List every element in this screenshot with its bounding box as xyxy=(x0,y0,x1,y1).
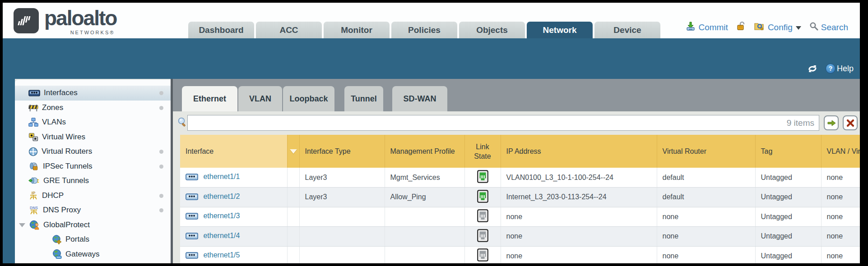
subtab-ethernet[interactable]: Ethernet xyxy=(182,86,237,111)
sidebar-item-portals[interactable]: Portals xyxy=(15,232,171,247)
col-interface[interactable]: Interface xyxy=(180,135,287,168)
subtab-sdwan[interactable]: SD-WAN xyxy=(392,86,447,111)
interface-link[interactable]: ethernet1/2 xyxy=(203,193,240,200)
logo-text: paloalto xyxy=(44,6,116,30)
link-down-icon[interactable] xyxy=(477,236,488,243)
cell-interface-type: Layer3 xyxy=(299,168,385,188)
interface-link[interactable]: ethernet1/4 xyxy=(203,232,240,239)
sidebar-item-ipsec-tunnels[interactable]: IPSec Tunnels xyxy=(15,159,171,174)
collapse-triangle-icon[interactable] xyxy=(19,223,25,227)
sidebar-item-label: GlobalProtect xyxy=(43,220,90,229)
body-area: Interfaces Zones xyxy=(3,79,860,263)
col-ip-address[interactable]: IP Address xyxy=(501,135,657,168)
col-vlan-virtual-wire[interactable]: VLAN / Virtual Wire xyxy=(821,135,860,168)
link-up-icon[interactable] xyxy=(477,197,488,204)
sidebar-dot xyxy=(159,106,163,110)
tab-monitor[interactable]: Monitor xyxy=(324,22,390,38)
virtual-wires-icon xyxy=(28,133,38,142)
dns-proxy-icon: DNS xyxy=(28,206,39,215)
filter-magnifier-icon xyxy=(177,117,187,129)
col-virtual-router[interactable]: Virtual Router xyxy=(657,135,755,168)
cell-interface-type xyxy=(299,227,385,247)
tab-network[interactable]: Network xyxy=(527,22,593,38)
sidebar-item-label: Gateways xyxy=(65,250,100,259)
ethernet-port-icon xyxy=(186,233,198,241)
subtab-band: Ethernet VLAN Loopback Tunnel SD-WAN xyxy=(173,79,860,111)
link-up-icon[interactable] xyxy=(477,177,488,184)
cell-ip-address: none xyxy=(501,207,657,227)
svg-text:IP: IP xyxy=(32,191,36,195)
cell-vlan: none xyxy=(821,246,860,263)
col-interface-type[interactable]: Interface Type xyxy=(299,135,385,168)
virtual-routers-icon xyxy=(28,147,38,156)
filter-input[interactable] xyxy=(188,119,787,128)
help-icon[interactable]: ? xyxy=(826,64,836,73)
tab-dashboard[interactable]: Dashboard xyxy=(188,22,254,38)
sidebar-dot xyxy=(159,208,163,212)
sort-dropdown-icon[interactable] xyxy=(290,149,297,154)
interfaces-table: Interface Interface Type Management Prof… xyxy=(180,135,860,263)
tab-objects[interactable]: Objects xyxy=(459,22,525,38)
ethernet-port-icon xyxy=(186,252,198,260)
help-link[interactable]: Help xyxy=(837,64,854,73)
sidebar-item-gateways[interactable]: Gateways xyxy=(15,247,171,262)
subtab-vlan[interactable]: VLAN xyxy=(238,86,282,111)
left-teal-strip xyxy=(3,79,15,263)
link-down-icon[interactable] xyxy=(477,255,488,263)
clear-filter-button[interactable] xyxy=(843,115,858,130)
cell-management-profile xyxy=(385,246,464,263)
interface-link[interactable]: ethernet1/3 xyxy=(203,212,240,220)
sidebar-item-virtual-wires[interactable]: Virtual Wires xyxy=(15,130,171,145)
interface-link[interactable]: ethernet1/1 xyxy=(203,173,240,180)
col-management-profile[interactable]: Management Profile xyxy=(385,135,464,168)
sidebar-item-virtual-routers[interactable]: Virtual Routers xyxy=(15,144,171,159)
interface-link[interactable]: ethernet1/5 xyxy=(203,251,240,259)
sidebar-item-interfaces[interactable]: Interfaces xyxy=(15,86,171,101)
paloalto-wordmark: paloalto NETWORKS® xyxy=(44,6,116,35)
vlans-icon xyxy=(28,118,38,127)
sidebar-dot xyxy=(159,165,163,169)
top-bar: paloalto NETWORKS® Dashboard ACC Monitor… xyxy=(3,3,860,38)
apply-filter-button[interactable] xyxy=(824,115,839,130)
sidebar-item-globalprotect[interactable]: GlobalProtect xyxy=(15,218,171,233)
sidebar-item-label: Zones xyxy=(42,103,63,112)
paloalto-logo-icon xyxy=(14,8,39,33)
gre-tunnels-icon xyxy=(28,176,40,185)
tab-device[interactable]: Device xyxy=(594,22,660,38)
search-button[interactable]: Search xyxy=(821,23,848,32)
lock-icon[interactable] xyxy=(736,21,746,33)
table-row: ethernet1/4 none none Untagged none xyxy=(180,227,860,247)
cell-ip-address: none xyxy=(501,246,657,263)
commit-button[interactable]: Commit xyxy=(698,23,728,32)
sidebar-item-cutoff[interactable] xyxy=(15,261,171,263)
screenshot-frame: paloalto NETWORKS® Dashboard ACC Monitor… xyxy=(0,0,868,266)
main-nav-tabs: Dashboard ACC Monitor Policies Objects N… xyxy=(188,22,660,38)
cell-management-profile: Allow_Ping xyxy=(385,188,464,207)
cell-interface-type: Layer3 xyxy=(299,188,385,207)
sidebar-item-dns-proxy[interactable]: DNS DNS Proxy xyxy=(15,203,171,218)
subtab-tunnel[interactable]: Tunnel xyxy=(344,86,383,111)
config-caret-icon[interactable] xyxy=(796,26,801,30)
sidebar-item-gre-tunnels[interactable]: GRE Tunnels xyxy=(15,174,171,188)
main-pane: Ethernet VLAN Loopback Tunnel SD-WAN xyxy=(173,79,860,263)
column-menu-button[interactable] xyxy=(287,135,299,168)
ethernet-port-icon xyxy=(186,174,198,182)
tab-policies[interactable]: Policies xyxy=(391,22,457,38)
subtab-loopback[interactable]: Loopback xyxy=(283,86,334,111)
refresh-icon[interactable] xyxy=(807,64,818,73)
sidebar-item-label: VLANs xyxy=(42,118,66,127)
col-tag[interactable]: Tag xyxy=(755,135,821,168)
tab-acc[interactable]: ACC xyxy=(256,22,322,38)
sidebar-item-vlans[interactable]: VLANs xyxy=(15,115,171,130)
filter-toolbar: 9 items xyxy=(173,114,860,131)
table-row: ethernet1/2 Layer3 Allow_Ping Internet_L… xyxy=(180,188,860,207)
commit-icon xyxy=(686,21,696,33)
sidebar-dot xyxy=(159,150,163,154)
config-menu[interactable]: Config xyxy=(768,23,793,32)
sidebar-item-dhcp[interactable]: IP DHCP xyxy=(15,188,171,203)
sidebar-item-zones[interactable]: Zones xyxy=(15,101,171,115)
col-link-state[interactable]: Link State xyxy=(464,135,501,168)
content-area: 9 items xyxy=(173,111,860,263)
link-down-icon[interactable] xyxy=(477,216,488,224)
sidebar-item-label: DNS Proxy xyxy=(43,206,81,215)
